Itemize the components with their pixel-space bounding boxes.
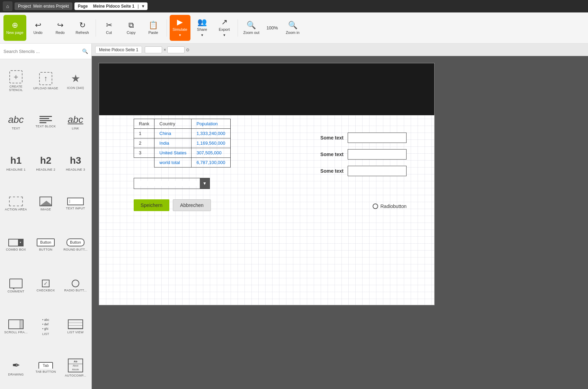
canvas-button-row: Speichern Abbrechen <box>134 199 231 211</box>
text-input-icon: | <box>67 198 84 205</box>
simulate-button[interactable]: ▶ Simulate ▾ <box>170 15 190 41</box>
form-row-1: Some text <box>316 133 407 143</box>
comment-icon <box>9 279 23 288</box>
upload-image-label: UPLOAD IMAGE <box>33 87 58 90</box>
new-page-label: New page <box>6 30 24 35</box>
checkbox-icon: ✓ <box>42 280 50 287</box>
sidebar-item-round-button[interactable]: Button ROUND BUTT... <box>61 225 90 265</box>
sidebar-item-headline1[interactable]: h1 HEADLINE 1 <box>1 143 30 183</box>
separator-2 <box>167 19 167 37</box>
canvas-size: 1920 × 1080 ⊙ <box>145 46 189 53</box>
canvas-combo-box[interactable]: ▼ <box>134 178 210 189</box>
sidebar-item-comment[interactable]: COMMENT <box>1 265 30 306</box>
canvas-combo-input[interactable] <box>134 181 200 186</box>
canvas-fit-icon[interactable]: ⊙ <box>186 47 189 52</box>
form-input-2[interactable] <box>348 149 407 160</box>
home-button[interactable]: ⌂ <box>3 1 12 11</box>
list-view-label: LIST VIEW <box>67 331 83 334</box>
table-header-country: Country <box>154 119 191 129</box>
sidebar-item-scroll-frame[interactable]: SCROLL FRA... <box>1 306 30 346</box>
sidebar-item-drawing[interactable]: ✒ DRAWING <box>1 347 30 388</box>
share-icon: 👥 <box>197 18 207 26</box>
redo-button[interactable]: ↪ Redo <box>50 15 71 41</box>
export-button[interactable]: ↗ Export ▾ <box>214 15 235 41</box>
sidebar-item-radio-button[interactable]: RADIO BUTT... <box>61 265 90 306</box>
table-cell-rank-2: 2 <box>134 138 154 148</box>
simulate-dropdown-icon: ▾ <box>179 33 181 37</box>
sidebar-item-checkbox[interactable]: ✓ CHECKBOX <box>31 265 60 306</box>
sidebar-item-image[interactable]: IMAGE <box>31 183 60 224</box>
sidebar-item-create-stencil[interactable]: ＋ CREATE STENCIL <box>1 61 30 101</box>
text-stencil-icon: abc <box>8 114 24 126</box>
sidebar-item-icon[interactable]: ★ ICON (340) <box>61 61 90 101</box>
button-icon: Button <box>37 238 55 246</box>
sidebar-item-headline2[interactable]: h2 HEADLINE 2 <box>31 143 60 183</box>
page-tab[interactable]: Page Meine Pidoco Seite 1 | ▾ <box>74 2 148 10</box>
table-header-population: Population <box>191 119 230 129</box>
sidebar-item-text[interactable]: abc TEXT <box>1 101 30 142</box>
data-table: Rank Country Population 1 China 1,333,24… <box>134 119 231 168</box>
sidebar-item-upload-image[interactable]: ↑ UPLOAD IMAGE <box>31 61 60 101</box>
refresh-label: Refresh <box>75 30 89 35</box>
canvas-radio-button[interactable] <box>373 203 378 209</box>
undo-button[interactable]: ↩ Undo <box>28 15 48 41</box>
sidebar-item-button[interactable]: Button BUTTON <box>31 225 60 265</box>
canvas-radio-label: Radiobutton <box>380 203 407 209</box>
canvas-height-input[interactable]: 1080 <box>167 46 185 53</box>
project-tab[interactable]: Project Mein erstes Projekt <box>15 2 72 10</box>
sidebar-item-text-block[interactable]: TEXT BLOCK <box>31 101 60 142</box>
table-cell-pop-3: 307,505,000 <box>191 148 230 158</box>
scroll-frame-icon <box>8 319 24 329</box>
search-input[interactable] <box>3 49 82 54</box>
canvas-width-input[interactable]: 1920 <box>145 46 162 53</box>
scroll-frame-label: SCROLL FRA... <box>4 331 28 334</box>
stencil-grid: ＋ CREATE STENCIL ↑ UPLOAD IMAGE ★ ICON (… <box>0 59 91 389</box>
sidebar-item-action-area[interactable]: ACTION AREA <box>1 183 30 224</box>
canvas-toolbar: Meine Pidoco Seite 1 1920 × 1080 ⊙ <box>92 44 588 56</box>
sidebar-item-text-input[interactable]: | TEXT INPUT <box>61 183 90 224</box>
undo-icon: ↩ <box>35 21 41 29</box>
canvas-save-button[interactable]: Speichern <box>134 199 169 211</box>
form-row-2: Some text <box>316 149 407 160</box>
toolbar: ⊕ New page ↩ Undo ↪ Redo ↻ Refresh ✂ Cut… <box>0 12 588 44</box>
zoom-out-button[interactable]: 🔍 Zoom out <box>241 15 262 41</box>
canvas[interactable]: Rank Country Population 1 China 1,333,24… <box>99 63 435 305</box>
sidebar-item-list-view[interactable]: LIST VIEW <box>61 306 90 346</box>
simulate-icon: ▶ <box>177 18 183 26</box>
headline2-label: HEADLINE 2 <box>36 168 55 171</box>
project-label: Project <box>18 4 31 9</box>
button-label: BUTTON <box>39 248 53 251</box>
table-header-rank: Rank <box>134 119 154 129</box>
create-stencil-label: CREATE STENCIL <box>3 85 29 92</box>
copy-button[interactable]: ⧉ Copy <box>121 15 142 41</box>
share-button[interactable]: 👥 Share ▾ <box>192 15 213 41</box>
separator-3 <box>238 19 238 37</box>
canvas-cancel-button[interactable]: Abbrechen <box>173 199 211 211</box>
paste-button[interactable]: 📋 Paste <box>143 15 164 41</box>
form-input-3[interactable] <box>348 166 407 176</box>
sidebar-item-link[interactable]: abc LINK <box>61 101 90 142</box>
table-row: 2 India 1,169,560,000 <box>134 138 231 148</box>
sidebar-item-headline3[interactable]: h3 HEADLINE 3 <box>61 143 90 183</box>
link-label: LINK <box>72 127 79 130</box>
copy-icon: ⧉ <box>128 21 134 29</box>
sidebar-item-list[interactable]: • abc • def • ghi LIST <box>31 306 60 346</box>
form-input-1[interactable] <box>348 133 407 143</box>
sidebar-item-tab-button[interactable]: Tab TAB BUTTON <box>31 347 60 388</box>
sidebar-item-autocomp[interactable]: Ab Abcd Abcde AUTOCOMP... <box>61 347 90 388</box>
cut-button[interactable]: ✂ Cut <box>99 15 119 41</box>
sidebar-item-combo-box[interactable]: ▾ COMBO BOX <box>1 225 30 265</box>
refresh-button[interactable]: ↻ Refresh <box>72 15 93 41</box>
undo-label: Undo <box>33 30 42 35</box>
zoom-out-icon: 🔍 <box>247 21 256 29</box>
canvas-combo-arrow[interactable]: ▼ <box>200 178 210 189</box>
table-row: 1 China 1,333,240,000 <box>134 129 231 138</box>
checkbox-label: CHECKBOX <box>37 289 55 292</box>
page-dropdown-icon[interactable]: ▾ <box>142 4 144 9</box>
canvas-page-tab[interactable]: Meine Pidoco Seite 1 <box>95 46 142 54</box>
canvas-wrapper: Rank Country Population 1 China 1,333,24… <box>92 56 588 389</box>
new-page-button[interactable]: ⊕ New page <box>3 15 26 41</box>
export-icon: ↗ <box>221 18 228 26</box>
zoom-in-button[interactable]: 🔍 Zoom in <box>282 15 303 41</box>
cut-icon: ✂ <box>106 21 112 29</box>
